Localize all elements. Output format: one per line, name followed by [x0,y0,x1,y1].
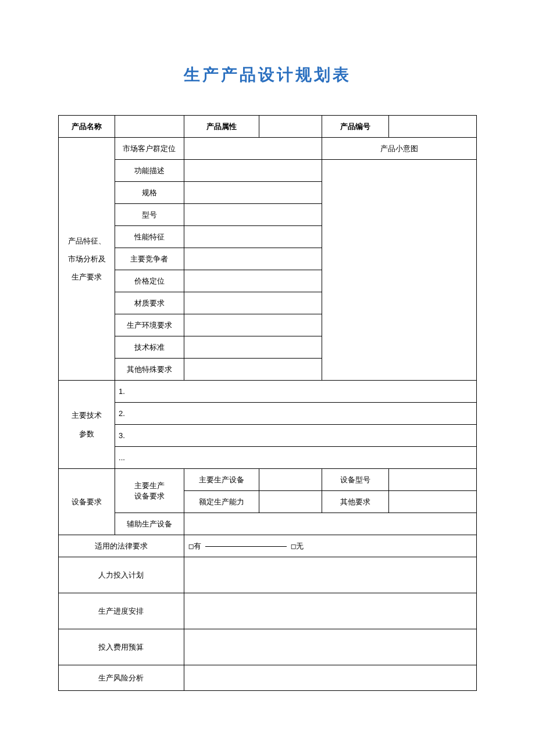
planning-table: 产品名称 产品属性 产品编号 产品特征、 市场分析及 生产要求 市场客户群定位 … [58,115,477,691]
tech-param-more: ... [115,447,477,469]
value-market-position [184,138,322,160]
label-budget: 投入费用预算 [59,629,184,665]
value-product-no [388,116,476,138]
value-main-equip [259,469,322,491]
label-other-req: 其他要求 [322,491,388,513]
value-material-req [184,292,322,314]
value-legal: □有 □无 [184,535,476,557]
value-price-position [184,270,322,292]
label-env-req: 生产环境要求 [115,314,184,336]
label-model: 型号 [115,204,184,226]
tech-param-1: 1. [115,381,477,403]
label-tech-std: 技术标准 [115,336,184,359]
checkbox-none: □无 [291,542,304,550]
page-title: 生产产品设计规划表 [58,64,477,86]
features-line3: 生产要求 [72,273,102,281]
label-equip-model: 设备型号 [322,469,388,491]
label-main-equip-req: 主要生产 设备要求 [115,469,184,513]
value-competitor [184,248,322,270]
label-main-equip: 主要生产设备 [184,469,259,491]
value-rated-capacity [259,491,322,513]
legal-underline [205,546,287,547]
value-other-special [184,359,322,381]
label-market-position: 市场客户群定位 [115,138,184,160]
mainequip-line2: 设备要求 [134,492,165,500]
features-line1: 产品特征、 [68,237,106,245]
label-price-position: 价格定位 [115,270,184,292]
value-tech-std [184,336,322,359]
label-function-desc: 功能描述 [115,160,184,182]
label-features-section: 产品特征、 市场分析及 生产要求 [59,138,115,381]
label-rated-capacity: 额定生产能力 [184,491,259,513]
label-tech-params: 主要技术 参数 [59,381,115,469]
thumbnail-area [322,160,476,381]
checkbox-has: □有 [189,542,201,550]
features-line2: 市场分析及 [68,255,106,263]
value-model [184,204,322,226]
value-risk [184,665,476,691]
label-aux-equip: 辅助生产设备 [115,513,184,535]
techparams-line2: 参数 [79,429,94,438]
label-competitor: 主要竞争者 [115,248,184,270]
value-perf-feature [184,226,322,248]
tech-param-2: 2. [115,403,477,425]
value-aux-equip [184,513,476,535]
label-product-no: 产品编号 [322,116,388,138]
value-product-attr [259,116,322,138]
label-product-attr: 产品属性 [184,116,259,138]
label-legal: 适用的法律要求 [59,535,184,557]
value-equip-model [388,469,476,491]
mainequip-line1: 主要生产 [134,481,165,490]
techparams-line1: 主要技术 [72,411,102,420]
value-manpower [184,557,476,593]
value-env-req [184,314,322,336]
label-equipment: 设备要求 [59,469,115,535]
label-spec: 规格 [115,182,184,204]
label-product-name: 产品名称 [59,116,115,138]
value-schedule [184,593,476,629]
value-function-desc [184,160,322,182]
label-schedule: 生产进度安排 [59,593,184,629]
value-other-req [388,491,476,513]
value-product-name [115,116,184,138]
label-thumbnail: 产品小意图 [322,138,476,160]
label-manpower: 人力投入计划 [59,557,184,593]
label-risk: 生产风险分析 [59,665,184,691]
label-perf-feature: 性能特征 [115,226,184,248]
tech-param-3: 3. [115,425,477,447]
value-budget [184,629,476,665]
label-material-req: 材质要求 [115,292,184,314]
label-other-special: 其他特殊要求 [115,359,184,381]
value-spec [184,182,322,204]
